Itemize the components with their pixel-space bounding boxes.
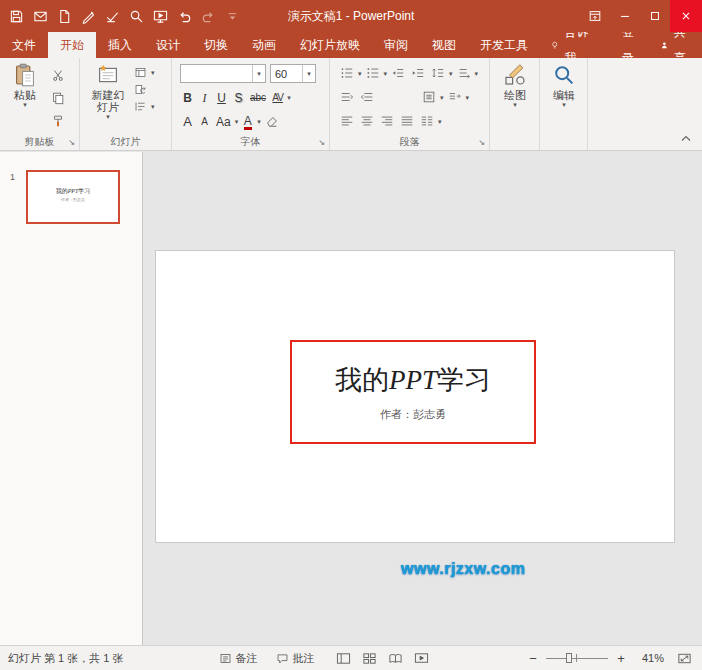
- normal-view-button[interactable]: [335, 649, 353, 667]
- fit-to-window-button[interactable]: [674, 649, 694, 667]
- tab-view[interactable]: 视图: [420, 32, 468, 58]
- undo-button[interactable]: [173, 2, 196, 30]
- find-button[interactable]: [125, 2, 148, 30]
- zoom-percentage[interactable]: 41%: [634, 652, 664, 664]
- new-document-button[interactable]: [53, 2, 76, 30]
- shrink-font-button[interactable]: A: [197, 112, 212, 130]
- align-right-button[interactable]: [378, 112, 396, 130]
- text-direction-dropdown-arrow[interactable]: ▾: [475, 70, 479, 77]
- slideshow-view-button[interactable]: [413, 649, 431, 667]
- align-left-button[interactable]: [338, 112, 356, 130]
- collapse-ribbon-button[interactable]: [678, 131, 694, 145]
- drawing-button[interactable]: 绘图 ▾: [493, 63, 537, 108]
- zoom-slider-knob[interactable]: [566, 653, 572, 663]
- font-size-dropdown-arrow[interactable]: ▾: [302, 65, 315, 82]
- slide-title-text[interactable]: 我的PPT学习: [335, 362, 491, 398]
- paragraph-dialog-launcher[interactable]: ↘: [476, 137, 487, 148]
- notes-button[interactable]: 备注: [219, 651, 258, 666]
- decrease-indent-button[interactable]: [389, 64, 407, 82]
- character-spacing-dropdown-arrow[interactable]: ▾: [287, 94, 291, 101]
- font-size-combobox[interactable]: 60 ▾: [270, 64, 316, 83]
- numbering-dropdown-arrow[interactable]: ▾: [384, 70, 388, 77]
- zoom-out-button[interactable]: −: [526, 651, 540, 666]
- bold-button[interactable]: B: [180, 88, 195, 106]
- new-slide-button[interactable]: 新建幻灯片 ▾: [85, 63, 131, 120]
- editing-button[interactable]: 编辑 ▾: [542, 63, 586, 108]
- convert-smartart-dropdown-arrow[interactable]: ▾: [466, 94, 470, 101]
- tab-home[interactable]: 开始: [48, 32, 96, 58]
- section-button[interactable]: ▾: [134, 100, 155, 113]
- tab-insert[interactable]: 插入: [96, 32, 144, 58]
- ink-pen-button[interactable]: [77, 2, 100, 30]
- align-text-dropdown-arrow[interactable]: ▾: [440, 94, 444, 101]
- numbering-button[interactable]: [364, 64, 382, 82]
- cut-button[interactable]: [49, 66, 67, 84]
- line-spacing-dropdown-arrow[interactable]: ▾: [449, 70, 453, 77]
- columns-dropdown-arrow[interactable]: ▾: [438, 118, 442, 125]
- customize-qat-button[interactable]: [221, 2, 244, 30]
- text-shadow-button[interactable]: S: [231, 88, 246, 106]
- thumbnail-subtitle: 作者：彭志勇: [28, 197, 118, 202]
- clipboard-dialog-launcher[interactable]: ↘: [66, 137, 77, 148]
- minimize-button[interactable]: [610, 0, 640, 32]
- line-spacing-icon: [431, 66, 445, 80]
- font-name-combobox[interactable]: ▾: [180, 64, 266, 83]
- font-name-dropdown-arrow[interactable]: ▾: [252, 65, 265, 82]
- increase-indent-button[interactable]: [409, 64, 427, 82]
- zoom-in-button[interactable]: +: [614, 651, 628, 666]
- convert-smartart-button[interactable]: [446, 88, 464, 106]
- tab-transitions[interactable]: 切换: [192, 32, 240, 58]
- close-button[interactable]: [670, 0, 702, 32]
- justify-button[interactable]: [398, 112, 416, 130]
- character-spacing-button[interactable]: AV: [270, 88, 285, 106]
- reset-button[interactable]: [134, 83, 147, 96]
- grow-font-button[interactable]: A: [180, 112, 195, 130]
- start-slideshow-button[interactable]: [149, 2, 172, 30]
- format-painter-button[interactable]: [49, 112, 67, 130]
- increase-indent-icon: [411, 66, 425, 80]
- tab-design[interactable]: 设计: [144, 32, 192, 58]
- tab-developer[interactable]: 开发工具: [468, 32, 540, 58]
- tab-animations[interactable]: 动画: [240, 32, 288, 58]
- text-direction-button[interactable]: [455, 64, 473, 82]
- tab-review[interactable]: 审阅: [372, 32, 420, 58]
- maximize-button[interactable]: [640, 0, 670, 32]
- clear-formatting-button[interactable]: [263, 112, 281, 130]
- slide-editing-canvas[interactable]: 我的PPT学习 作者：彭志勇 www.rjzxw.com: [143, 152, 702, 645]
- align-center-button[interactable]: [358, 112, 376, 130]
- email-button[interactable]: [29, 2, 52, 30]
- save-button[interactable]: [5, 2, 28, 30]
- slide-sorter-view-button[interactable]: [361, 649, 379, 667]
- slide-thumbnail[interactable]: 我的PPT学习 作者：彭志勇: [26, 170, 120, 224]
- slide-subtitle-text[interactable]: 作者：彭志勇: [380, 407, 446, 422]
- paste-button[interactable]: 粘贴 ▾: [3, 63, 47, 108]
- change-case-button[interactable]: Aa: [214, 112, 233, 130]
- italic-button[interactable]: I: [197, 88, 212, 106]
- underline-button[interactable]: U: [214, 88, 229, 106]
- strikethrough-button[interactable]: abc: [248, 88, 268, 106]
- bullets-button[interactable]: [338, 64, 356, 82]
- font-dialog-launcher[interactable]: ↘: [316, 137, 327, 148]
- redo-button[interactable]: [197, 2, 220, 30]
- tab-file[interactable]: 文件: [0, 32, 48, 58]
- left-to-right-button[interactable]: [338, 88, 356, 106]
- slide[interactable]: 我的PPT学习 作者：彭志勇: [155, 250, 675, 543]
- slide-thumbnail-panel[interactable]: 1 我的PPT学习 作者：彭志勇: [0, 152, 143, 645]
- font-color-button[interactable]: A: [240, 112, 255, 130]
- line-spacing-button[interactable]: [429, 64, 447, 82]
- columns-button[interactable]: [418, 112, 436, 130]
- comments-button[interactable]: 批注: [276, 651, 315, 666]
- right-to-left-button[interactable]: [358, 88, 376, 106]
- font-color-dropdown-arrow[interactable]: ▾: [257, 118, 261, 125]
- spelling-button[interactable]: [101, 2, 124, 30]
- layout-button[interactable]: ▾: [134, 66, 155, 79]
- tell-me-box[interactable]: 告诉我...: [540, 32, 608, 58]
- align-text-button[interactable]: [420, 88, 438, 106]
- zoom-slider[interactable]: [546, 651, 608, 665]
- reading-view-button[interactable]: [387, 649, 405, 667]
- bullets-dropdown-arrow[interactable]: ▾: [358, 70, 362, 77]
- ribbon-display-options-button[interactable]: [580, 0, 610, 32]
- change-case-dropdown-arrow[interactable]: ▾: [235, 118, 239, 125]
- tab-slideshow[interactable]: 幻灯片放映: [288, 32, 372, 58]
- copy-button[interactable]: [49, 89, 67, 107]
